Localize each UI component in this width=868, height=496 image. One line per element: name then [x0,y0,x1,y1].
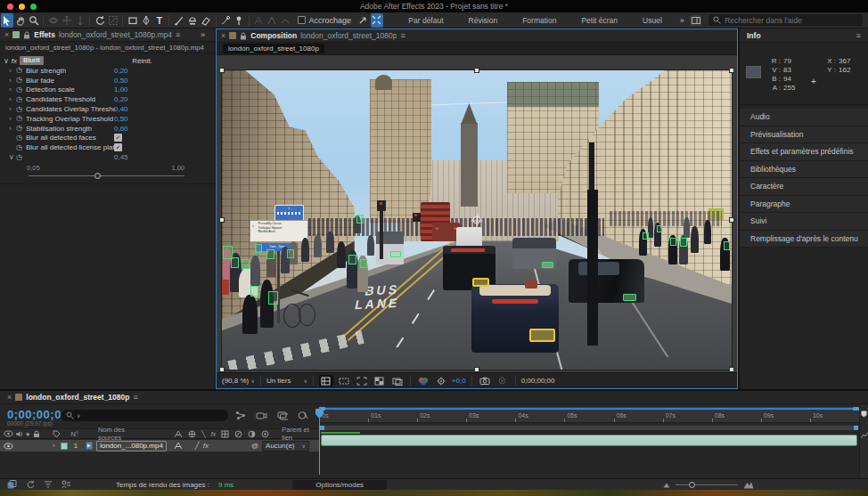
param-value[interactable]: 1,00 [114,85,128,94]
slider-thumb[interactable] [94,173,101,179]
close-panel-icon[interactable]: × [7,393,12,402]
panel-overflow-icon[interactable]: » [201,30,205,39]
zoom-out-mountain-icon[interactable] [663,482,670,488]
effect-param-row[interactable]: › ◷ Stabilisation strength 0,60 [0,124,215,134]
slider-value[interactable]: 0,45 [114,153,128,161]
timeline-zoom-slider[interactable] [663,480,754,489]
panel-menu-icon[interactable]: ≡ [176,30,180,39]
time-ruler[interactable]: 0s01s02s03s04s05s06s07s08s09s10s [319,411,859,423]
snap-toggle[interactable]: Accrochage [298,16,352,25]
preview-timecode[interactable]: 0;00;00;00 [521,377,555,385]
transparency-grid-button[interactable] [373,375,387,386]
layer-visibility-eye-icon[interactable] [4,443,13,450]
magnification-dropdown[interactable]: (90,8 %) ∨ [222,377,255,385]
effect-param-row[interactable]: › ◷ Blur fade 0,50 [0,76,215,85]
channel-colors-icon[interactable] [416,375,430,386]
stopwatch-icon[interactable]: ◷ [16,86,26,94]
stopwatch-icon[interactable]: ◷ [16,77,26,84]
resolution-dropdown[interactable]: Un tiers∨ [266,377,307,385]
layer-label-chip[interactable] [61,443,68,450]
stopwatch-icon[interactable]: ◷ [16,96,26,103]
audio-column-icon[interactable] [15,430,23,438]
collapsed-panel-header[interactable]: Suivi [740,213,868,231]
composition-tabbar[interactable]: × Composition london_oxford_street_1080p… [217,29,737,43]
zoom-slider-track[interactable] [676,484,738,485]
effect-param-row[interactable]: › ◷ Candidates Threshold 0,20 [0,94,215,104]
collapsed-panel-header[interactable]: Bibliothèques [740,161,868,179]
param-value[interactable]: 0,20 [114,67,128,75]
param-value[interactable]: 0,60 [114,125,128,133]
effect-param-row[interactable]: › ◷ Tracking Overlap Threshold 0,50 [0,114,215,124]
playhead-line[interactable] [319,411,320,475]
text-tool-icon[interactable]: T [153,13,166,28]
layer-fx-switch[interactable]: fx [203,442,209,450]
effect-param-row[interactable]: › ◷ Candidates Overlap Threshol 0,40 [0,104,215,114]
panel-menu-icon[interactable]: ≡ [856,31,861,40]
snap-checkbox[interactable] [298,16,306,24]
collapsed-panel-header[interactable]: Effets et paramètres prédéfinis [740,143,868,161]
workspace-settings-button[interactable] [690,15,701,26]
workspace-tab[interactable]: Petit écran [569,16,630,25]
effect-param-row[interactable]: ◷ Blur all detected faces ✓ [0,134,215,143]
disclosure-arrow-icon[interactable]: › [9,95,16,103]
collapsed-panel-header[interactable]: Caractère [740,178,868,196]
puppet-pin-tool-icon[interactable] [233,13,245,28]
collapse-arrow-icon[interactable]: ∨ [9,153,16,161]
selection-handle[interactable] [219,217,225,223]
composition-panel-title[interactable]: Composition [250,31,297,40]
layers-stack-icon[interactable] [7,480,17,489]
work-area-bar[interactable] [319,425,859,431]
param-value[interactable]: 0,50 [114,77,128,85]
layer-anchor-point[interactable] [473,216,481,224]
zoom-slider-thumb[interactable] [689,482,695,488]
effects-panel-title[interactable]: Effets [34,30,55,39]
collapsed-panel-header[interactable]: Paragraphe [740,196,868,214]
exposure-gear-icon[interactable] [434,375,448,386]
collapsed-panel-header[interactable]: Prévisualisation [740,126,868,144]
param-checkbox[interactable]: ✓ [114,143,122,151]
pen-tool-icon[interactable] [140,13,152,28]
slider-param-row[interactable]: ∨ ◷ 0,45 [0,152,215,162]
slider-track[interactable] [29,175,184,176]
snap-cursor-icon[interactable] [357,13,370,28]
current-timecode[interactable]: 0;00;00;00 [7,408,69,421]
parent-dropdown[interactable]: Aucun(e)∨ [262,441,309,451]
layer-draft-switch[interactable]: ╱ [195,442,200,450]
info-panel-header[interactable]: Info ≡ [740,28,868,43]
comp-marker-icon[interactable] [861,411,867,418]
param-value[interactable]: 0,50 [114,115,128,123]
zoom-in-mountain-icon[interactable] [743,480,754,489]
expand-icon[interactable] [371,13,383,28]
composition-flowchart-icon[interactable] [235,411,246,420]
effect-reset-link[interactable]: Réinit. [132,57,152,65]
layer-name[interactable]: london_...080p.mp4 [96,441,167,451]
shape-rectangle-tool-icon[interactable] [127,13,139,28]
disclosure-arrow-icon[interactable]: › [9,77,16,85]
stopwatch-icon[interactable]: ◷ [16,134,26,142]
layer-duration-bar[interactable] [321,435,857,446]
workspace-overflow[interactable]: » [680,16,684,25]
timeline-tab-title[interactable]: london_oxford_street_1080p [26,393,129,402]
search-filter-caret[interactable]: ∨ [77,412,80,419]
disclosure-arrow-icon[interactable]: › [9,67,16,75]
param-checkbox[interactable]: ✓ [114,134,122,142]
parent-pickwhip-icon[interactable]: @ [251,442,258,450]
layer-row[interactable]: › 1 london_...080p.mp4 ╱ fx @ Aucun(e)∨ [0,440,319,451]
graph-editor-mini-icon[interactable] [861,432,868,439]
selection-handle[interactable] [474,367,479,372]
close-panel-icon[interactable]: × [4,30,9,39]
stopwatch-icon[interactable]: ◷ [16,125,26,132]
stopwatch-icon[interactable]: ◷ [16,106,26,113]
workspace-tab[interactable]: Par défaut [396,16,455,25]
effect-param-row[interactable]: › ◷ Detection scale 1,00 [0,85,215,95]
workspace-tab[interactable]: Usuel [630,16,675,25]
exposure-value[interactable]: +0,0 [452,377,466,385]
panel-menu-icon[interactable]: ≡ [400,31,405,40]
collapsed-panel-header[interactable]: Remplissage d'après le contenu [740,231,868,248]
hand-tool-icon[interactable] [14,13,27,28]
param-value[interactable]: 0,20 [114,95,128,103]
effect-header-row[interactable]: ∨ fx BlurIt Réinit. [0,55,215,66]
effect-param-row[interactable]: ◷ Blur all detected license plat ✓ [0,142,215,152]
eraser-tool-icon[interactable] [200,13,212,28]
disclosure-arrow-icon[interactable]: › [9,85,16,94]
